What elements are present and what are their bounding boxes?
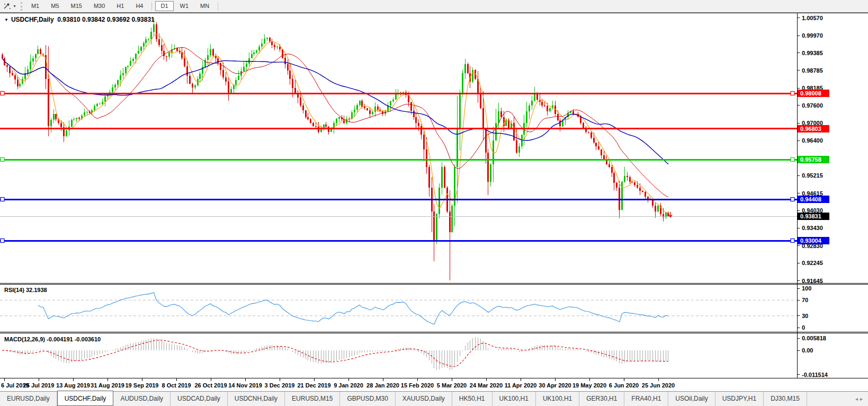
date-tick-label: 15 Feb 2020 xyxy=(401,382,434,389)
price-tick-label: 0.99970 xyxy=(802,32,823,39)
timeframe-button-w1[interactable]: W1 xyxy=(175,1,194,11)
symbol-tabbar: EURUSD,DailyUSDCHF,DailyAUDUSD,DailyUSDC… xyxy=(0,391,868,406)
symbol-tab-eurusd-daily[interactable]: EURUSD,Daily xyxy=(0,392,57,406)
timeframe-button-h4[interactable]: H4 xyxy=(130,1,148,11)
date-tick-label: 19 Sep 2019 xyxy=(126,382,159,389)
symbol-tab-ger30-h1[interactable]: GER30,H1 xyxy=(579,392,624,406)
price-tick-label: 0.93430 xyxy=(802,225,823,231)
price-tick-label: 0.95215 xyxy=(802,172,823,179)
date-tick-label: 19 May 2020 xyxy=(572,382,606,389)
macd-tick-label: -0.011514 xyxy=(802,372,828,378)
symbol-tab-uk100-h1[interactable]: UK100,H1 xyxy=(493,392,536,406)
symbol-tab-xauusd-daily[interactable]: XAUUSD,Daily xyxy=(396,392,452,406)
price-tick-label: 0.99385 xyxy=(802,50,823,56)
ma-line-45 xyxy=(2,58,668,164)
date-tick-label: 5 Mar 2020 xyxy=(437,382,467,389)
price-badge-label: 0.94408 xyxy=(800,196,821,202)
tabs-scroll-left-icon[interactable]: ◂ xyxy=(855,396,860,402)
ma-line-5 xyxy=(2,35,668,214)
chart-canvas[interactable]: 1.005700.999700.993850.987850.981850.976… xyxy=(0,13,868,392)
rsi-tick-label: 30 xyxy=(802,313,808,319)
price-tick-label: 0.96400 xyxy=(802,137,823,144)
symbol-tab-usoil-daily[interactable]: USOil,Daily xyxy=(668,392,715,406)
hline-anchor[interactable] xyxy=(791,239,794,243)
date-tick-label: 21 Dec 2019 xyxy=(298,382,331,389)
date-tick-label: 28 Jan 2020 xyxy=(366,382,399,389)
date-tick-label: 24 Mar 2020 xyxy=(470,382,503,389)
hline-anchor[interactable] xyxy=(1,92,4,95)
symbol-tab-usdchf-daily[interactable]: USDCHF,Daily xyxy=(57,391,114,406)
ma-line-20 xyxy=(2,47,668,197)
price-badge-label: 0.98008 xyxy=(800,90,821,96)
date-tick-label: 14 Nov 2019 xyxy=(228,382,262,389)
price-badge-label: 0.95758 xyxy=(800,156,821,163)
symbol-tab-audusd-daily[interactable]: AUDUSD,Daily xyxy=(113,392,171,406)
date-tick-label: 8 Oct 2019 xyxy=(162,382,191,389)
chart-cursor-icon[interactable]: ▼ xyxy=(1,1,19,12)
chart-cursor-glyph xyxy=(3,3,12,10)
price-tick-label: 0.91645 xyxy=(802,278,823,284)
hline-anchor[interactable] xyxy=(791,198,794,201)
chevron-down-icon: ▼ xyxy=(13,4,16,8)
date-tick-label: 3 Dec 2019 xyxy=(265,382,295,389)
timeframe-button-m1[interactable]: M1 xyxy=(26,1,44,11)
macd-histogram xyxy=(2,337,668,369)
price-badge-label: 0.93004 xyxy=(800,237,822,244)
timeframe-button-m15[interactable]: M15 xyxy=(66,1,87,11)
toolbar-separator xyxy=(218,2,218,11)
date-tick-label: 31 Aug 2019 xyxy=(91,382,124,389)
price-tick-label: 0.97600 xyxy=(802,102,823,109)
rsi-line xyxy=(38,293,668,324)
timeframe-button-m5[interactable]: M5 xyxy=(46,1,64,11)
macd-tick-label: 0.005818 xyxy=(802,335,826,341)
hline-anchor[interactable] xyxy=(1,198,4,201)
date-tick-label: 25 Jun 2020 xyxy=(642,382,675,389)
date-tick-label: 30 Apr 2020 xyxy=(539,382,571,389)
rsi-tick-label: 100 xyxy=(802,285,811,292)
toolbar-separator xyxy=(151,2,152,11)
date-tick-label: 6 Jun 2020 xyxy=(609,382,639,389)
symbol-tab-usdcad-daily[interactable]: USDCAD,Daily xyxy=(171,392,228,406)
timeframe-button-mn[interactable]: MN xyxy=(195,1,214,11)
symbol-tab-fra40-h1[interactable]: FRA40,H1 xyxy=(624,392,668,406)
chart-window: ▼USDCHF,Daily 0.93810 0.93842 0.93692 0.… xyxy=(0,13,868,391)
price-tick-label: 0.92245 xyxy=(802,260,823,266)
date-tick-label: 13 Aug 2019 xyxy=(56,382,90,389)
hline-anchor[interactable] xyxy=(1,158,4,162)
symbol-tab-usdcnh-daily[interactable]: USDCNH,Daily xyxy=(228,392,285,406)
date-tick-label: 25 Jul 2019 xyxy=(23,382,55,389)
timeframe-button-h1[interactable]: H1 xyxy=(111,1,129,11)
symbol-tab-gbpusd-m30[interactable]: GBPUSD,M30 xyxy=(340,392,395,406)
price-badge-label: 0.96803 xyxy=(800,126,821,132)
macd-signal-line xyxy=(2,340,668,367)
symbol-tab-usdjpy-h1[interactable]: USDJPY,H1 xyxy=(715,392,764,406)
toolbar-grip[interactable] xyxy=(21,2,22,11)
date-tick-label: 11 Apr 2020 xyxy=(505,382,537,389)
date-tick-label: 9 Jan 2020 xyxy=(334,382,363,389)
macd-tick-label: 0.00 xyxy=(802,347,813,354)
hline-anchor[interactable] xyxy=(1,239,4,243)
price-tick-label: 1.00570 xyxy=(802,15,823,21)
tabs-scroll-right-icon[interactable]: ▸ xyxy=(860,396,865,402)
price-tick-label: 0.94615 xyxy=(802,190,823,197)
hline-anchor[interactable] xyxy=(791,158,794,162)
rsi-tick-label: 70 xyxy=(802,297,808,303)
timeframe-button-d1[interactable]: D1 xyxy=(155,1,173,11)
symbol-tab-eurusd-m15[interactable]: EURUSD,M15 xyxy=(285,392,340,406)
rsi-tick-label: 0 xyxy=(802,324,805,331)
hline-anchor[interactable] xyxy=(791,92,794,95)
price-tick-label: 0.98785 xyxy=(802,67,823,74)
symbol-tab-uk100-h1[interactable]: UK100,H1 xyxy=(536,392,579,406)
timeframe-toolbar: ▼ M1M5M15M30H1H4D1W1MN xyxy=(0,0,868,13)
symbol-tab-dj30-m15[interactable]: DJ30,M15 xyxy=(764,392,807,406)
date-tick-label: 26 Oct 2019 xyxy=(194,382,227,389)
price-badge-label: 0.93831 xyxy=(800,213,821,219)
timeframe-button-m30[interactable]: M30 xyxy=(88,1,110,11)
symbol-tab-hk50-h1[interactable]: HK50,H1 xyxy=(452,392,493,406)
